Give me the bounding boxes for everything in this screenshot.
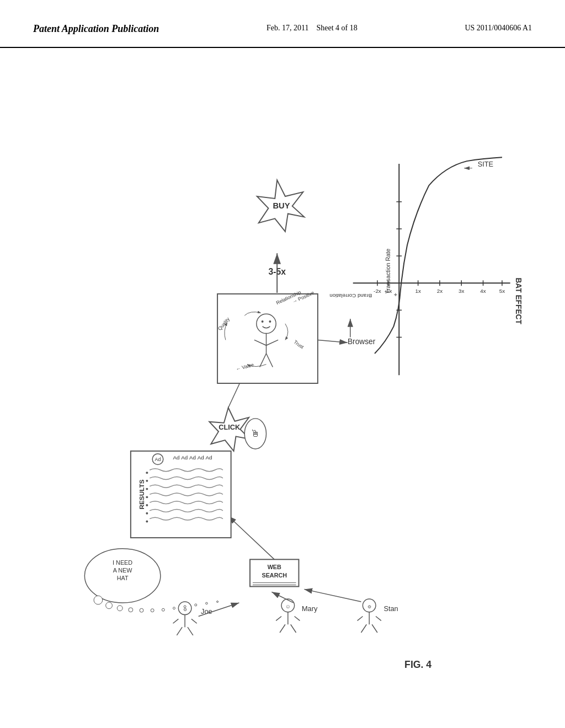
svg-line-21 bbox=[188, 627, 193, 635]
svg-text:Ad: Ad bbox=[181, 454, 188, 461]
figure-label: FIG. 4 bbox=[404, 659, 431, 670]
svg-point-54 bbox=[146, 488, 148, 490]
svg-text:-1x: -1x bbox=[385, 288, 392, 294]
svg-text:1x: 1x bbox=[415, 288, 420, 294]
svg-point-66 bbox=[262, 320, 264, 323]
svg-text:2x: 2x bbox=[437, 288, 443, 294]
svg-point-4 bbox=[94, 596, 103, 604]
svg-text:⚙: ⚙ bbox=[367, 604, 371, 609]
svg-point-8 bbox=[140, 608, 143, 612]
svg-text:Ad: Ad bbox=[205, 454, 212, 461]
svg-point-6 bbox=[117, 606, 122, 611]
svg-text:Ad: Ad bbox=[198, 454, 204, 461]
svg-line-31 bbox=[271, 592, 293, 603]
svg-line-36 bbox=[376, 617, 381, 621]
stan-label: Stan bbox=[383, 604, 398, 613]
svg-point-58 bbox=[146, 521, 148, 523]
svg-line-29 bbox=[280, 624, 285, 633]
svg-text:I NEED: I NEED bbox=[113, 559, 132, 566]
svg-text:+: + bbox=[393, 291, 397, 298]
svg-line-28 bbox=[295, 617, 300, 621]
patent-title: Patent Application Publication bbox=[33, 22, 159, 36]
svg-line-43 bbox=[228, 516, 275, 560]
buy-label: BUY bbox=[273, 201, 290, 210]
svg-text:A NEW: A NEW bbox=[113, 567, 133, 574]
svg-point-5 bbox=[106, 602, 113, 609]
svg-text:☺: ☺ bbox=[285, 603, 291, 609]
patent-number: US 2011/0040606 A1 bbox=[465, 22, 532, 34]
svg-text:🖱: 🖱 bbox=[250, 428, 260, 439]
svg-line-74 bbox=[318, 340, 348, 342]
svg-text:Ad: Ad bbox=[173, 454, 180, 461]
svg-line-18 bbox=[173, 619, 179, 623]
svg-line-39 bbox=[304, 589, 361, 602]
svg-rect-64 bbox=[217, 294, 318, 383]
svg-text:Ad: Ad bbox=[189, 454, 196, 461]
svg-text:HAT: HAT bbox=[117, 575, 129, 581]
pub-date: Feb. 17, 2011 bbox=[266, 24, 308, 32]
svg-line-30 bbox=[291, 624, 296, 633]
svg-rect-44 bbox=[131, 451, 231, 538]
brand-correlation-label: Brand Correlation bbox=[329, 293, 372, 299]
svg-line-38 bbox=[372, 624, 377, 633]
svg-point-7 bbox=[129, 608, 133, 612]
results-label: RESULTS bbox=[138, 479, 145, 509]
svg-line-35 bbox=[358, 617, 363, 621]
page-header: Patent Application Publication Feb. 17, … bbox=[0, 0, 565, 48]
figure-area: I NEED A NEW HAT ⚙ Jo bbox=[33, 72, 532, 695]
svg-point-14 bbox=[206, 602, 208, 604]
svg-line-27 bbox=[276, 617, 281, 621]
header-center: Feb. 17, 2011 Sheet 4 of 18 bbox=[266, 22, 358, 34]
svg-point-9 bbox=[151, 609, 154, 612]
click-label: CLICK bbox=[218, 423, 241, 431]
svg-point-15 bbox=[217, 601, 218, 603]
page-container: Patent Application Publication Feb. 17, … bbox=[0, 0, 565, 728]
svg-point-53 bbox=[146, 480, 148, 482]
transaction-rate-label: Transaction Rate bbox=[385, 249, 391, 294]
svg-point-56 bbox=[146, 504, 148, 506]
svg-text:3x: 3x bbox=[459, 288, 464, 294]
svg-point-11 bbox=[173, 607, 175, 609]
svg-text:4x: 4x bbox=[480, 288, 486, 294]
svg-text:-2x: -2x bbox=[374, 288, 381, 294]
svg-point-52 bbox=[146, 472, 148, 474]
figure-svg: I NEED A NEW HAT ⚙ Jo bbox=[33, 72, 532, 695]
web-search-label: WEB bbox=[268, 564, 281, 570]
svg-text:⚙: ⚙ bbox=[183, 607, 187, 612]
browser-label: Browser bbox=[348, 338, 376, 346]
svg-text:Ad: Ad bbox=[155, 457, 161, 462]
svg-point-67 bbox=[269, 320, 271, 323]
svg-point-57 bbox=[146, 512, 148, 515]
svg-point-10 bbox=[162, 608, 164, 611]
site-label: SITE bbox=[478, 160, 493, 168]
svg-point-13 bbox=[195, 604, 197, 606]
web-search-label2: SEARCH bbox=[262, 572, 287, 579]
svg-line-20 bbox=[177, 627, 182, 635]
mary-label: Mary bbox=[302, 604, 318, 613]
sheet-info: Sheet 4 of 18 bbox=[316, 24, 357, 32]
bat-effect-label: BAT EFFECT bbox=[514, 277, 523, 324]
svg-line-37 bbox=[361, 624, 366, 633]
svg-text:5x: 5x bbox=[499, 288, 505, 294]
svg-line-19 bbox=[191, 619, 197, 623]
svg-point-55 bbox=[146, 496, 148, 498]
